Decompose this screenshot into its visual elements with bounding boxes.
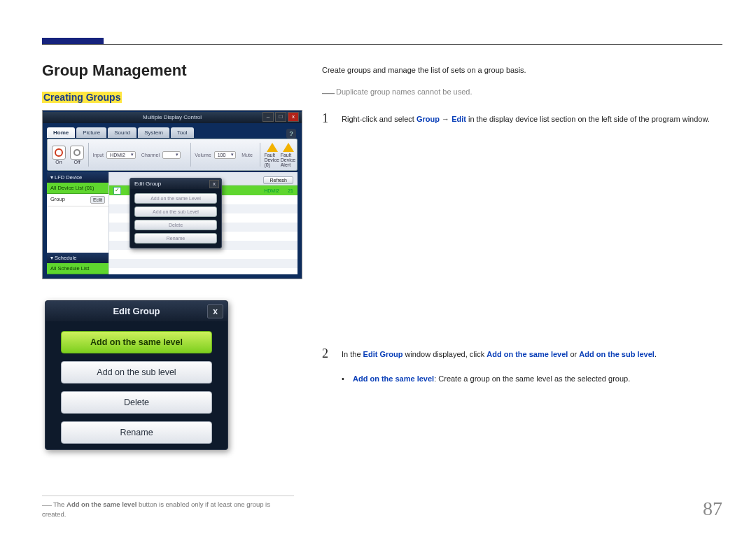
left-column: Group Management Creating Groups Multipl…: [42, 62, 301, 450]
channel-combo[interactable]: [162, 151, 181, 159]
sidebar-edit-button[interactable]: Edit: [90, 196, 105, 204]
note-duplicate: ―Duplicate group names cannot be used.: [322, 83, 721, 102]
sidebar-group-label: Group: [50, 196, 65, 204]
tab-home[interactable]: Home: [47, 127, 75, 138]
channel-label: Channel: [141, 153, 160, 157]
sidebar-header-schedule[interactable]: ▾ Schedule: [47, 253, 108, 263]
opt-add-sub-level[interactable]: Add on the sub Level: [134, 206, 217, 217]
tab-tool[interactable]: Tool: [171, 127, 194, 138]
header-rule: [42, 44, 722, 45]
tab-system[interactable]: System: [138, 127, 169, 138]
sidebar-group-row[interactable]: Group Edit: [47, 194, 108, 206]
input-label: Input: [93, 153, 104, 157]
right-column: Create groups and manage the list of set…: [322, 62, 721, 450]
minimize-icon[interactable]: –: [262, 112, 274, 122]
step-2: 2 In the Edit Group window displayed, cl…: [322, 347, 721, 360]
btn-add-sub-level[interactable]: Add on the sub level: [61, 361, 212, 384]
screenshot-edit-group-dialog: Edit Groupx Add on the same level Add on…: [45, 300, 228, 450]
bullet-dot-icon: •: [342, 373, 346, 385]
help-icon[interactable]: ?: [286, 129, 296, 139]
dialog-close-icon[interactable]: x: [207, 304, 223, 318]
footnote: ―The Add on the same level button is ena…: [42, 496, 294, 518]
tab-picture[interactable]: Picture: [76, 127, 106, 138]
row-input-value: HDMI2: [264, 188, 279, 193]
checkbox-icon[interactable]: ✓: [113, 187, 121, 195]
page-number: 87: [703, 498, 722, 520]
step-2-body: In the Edit Group window displayed, clic…: [342, 347, 721, 360]
popup-title: Edit Groupx: [130, 178, 221, 189]
sidebar-all-schedule[interactable]: All Schedule List: [47, 263, 108, 274]
subsection-title: Creating Groups: [42, 92, 122, 103]
volume-combo[interactable]: 100: [214, 151, 237, 159]
step-2-number: 2: [322, 347, 332, 360]
opt-add-same-level[interactable]: Add on the same Level: [134, 193, 217, 204]
row-num: 21: [279, 188, 293, 193]
volume-label: Volume: [195, 153, 211, 157]
bullet-add-same-level: • Add on the same level: Create a group …: [342, 373, 721, 385]
header-accent-block: [42, 38, 104, 44]
fault-alert-icon[interactable]: Fault Device Alert: [281, 143, 297, 167]
btn-delete[interactable]: Delete: [61, 391, 212, 414]
btn-add-same-level[interactable]: Add on the same level: [61, 331, 212, 353]
step-1-number: 1: [322, 112, 332, 125]
btn-rename[interactable]: Rename: [61, 421, 212, 444]
power-off-button[interactable]: Off: [70, 146, 84, 164]
close-icon[interactable]: x: [288, 112, 299, 122]
sidebar-header-lfd[interactable]: ▾ LFD Device: [47, 172, 108, 183]
intro-text: Create groups and manage the list of set…: [322, 64, 721, 76]
mdc-sidebar: ▾ LFD Device All Device List (01) Group …: [47, 172, 108, 274]
opt-delete[interactable]: Delete: [134, 220, 217, 230]
maximize-icon[interactable]: □: [275, 112, 286, 122]
mdc-tabs: Home Picture Sound System Tool: [47, 127, 194, 138]
input-combo[interactable]: HDMI2: [106, 151, 136, 159]
fault-device-icon[interactable]: Fault Device (0): [264, 143, 280, 167]
mute-label: Mute: [241, 153, 253, 157]
power-on-button[interactable]: On: [52, 146, 66, 164]
tab-sound[interactable]: Sound: [108, 127, 136, 138]
dialog-title: Edit Groupx: [46, 301, 227, 321]
opt-rename[interactable]: Rename: [134, 233, 217, 244]
mdc-ribbon: On Off Input HDMI2 Channel Volume 100 Mu…: [47, 139, 298, 171]
step-1: 1 Right-click and select Group → Edit in…: [322, 112, 721, 125]
screenshot-mdc-window: Multiple Display Control – □ x Home Pict…: [42, 110, 302, 279]
popup-close-icon[interactable]: x: [209, 180, 219, 188]
step-1-body: Right-click and select Group → Edit in t…: [342, 112, 721, 125]
sidebar-all-devices[interactable]: All Device List (01): [47, 183, 108, 194]
content-row: Group Management Creating Groups Multipl…: [42, 62, 721, 450]
page-title: Group Management: [42, 62, 301, 80]
edit-group-popup-small: Edit Groupx Add on the same Level Add on…: [130, 178, 222, 248]
refresh-button[interactable]: Refresh: [263, 176, 293, 184]
mdc-window-buttons: – □ x: [262, 112, 299, 122]
